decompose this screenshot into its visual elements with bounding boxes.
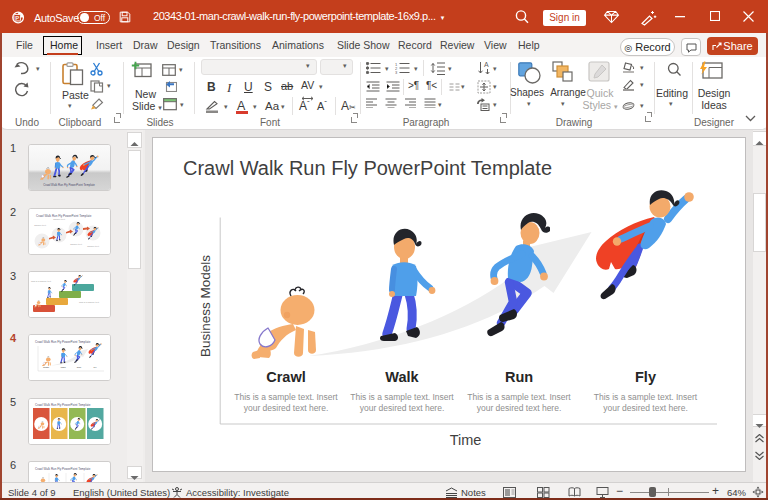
svg-text:This is a sample text: This is a sample text (79, 301, 99, 303)
svg-text:Crawl: Crawl (43, 366, 50, 369)
svg-text:Crawl Walk Run Fly PowerPoint: Crawl Walk Run Fly PowerPoint Template (35, 403, 91, 407)
svg-text:3: 3 (395, 70, 398, 74)
svg-text:P: P (15, 15, 19, 21)
svg-text:Run: Run (77, 366, 82, 369)
svg-text:Walk: Walk (60, 366, 66, 369)
svg-text:Crawl Walk Run Fly PowerPoint: Crawl Walk Run Fly PowerPoint Template (43, 183, 95, 187)
svg-text:A: A (484, 61, 489, 68)
svg-text:Sample text: Sample text (70, 243, 82, 245)
svg-text:Crawl Walk Run Fly PowerPoint: Crawl Walk Run Fly PowerPoint Template (35, 340, 91, 344)
svg-text:This is a sample text: This is a sample text (31, 280, 51, 282)
svg-text:Sample text: Sample text (53, 218, 65, 220)
svg-text:Sample text: Sample text (34, 224, 46, 226)
svg-text:Crawl Walk Run Fly PowerPoint: Crawl Walk Run Fly PowerPoint Template (35, 467, 91, 471)
svg-text:Sample text: Sample text (87, 245, 99, 247)
